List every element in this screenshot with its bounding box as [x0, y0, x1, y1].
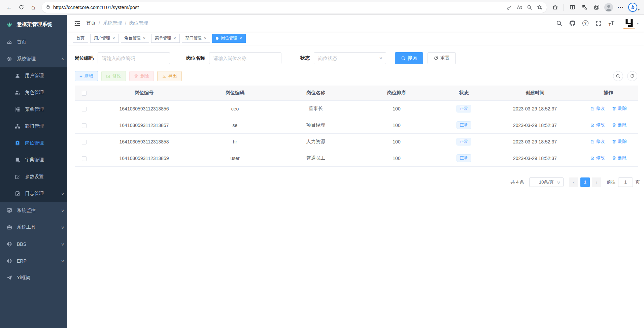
post-code-input[interactable]: [98, 52, 170, 64]
table-row[interactable]: 1641030593112313859 user 普通员工 100 正常 202…: [75, 150, 638, 166]
table-row[interactable]: 1641030593112313856 ceo 董事长 100 正常 2023-…: [75, 100, 638, 117]
next-page-button[interactable]: ›: [592, 177, 601, 187]
col-status[interactable]: 状态: [437, 86, 491, 100]
breadcrumb-current: 岗位管理: [129, 20, 148, 26]
page-size-select[interactable]: 10条/页 ∨: [529, 177, 564, 187]
browser-menu-button[interactable]: ···: [615, 2, 626, 13]
table-search-toggle-button[interactable]: [613, 71, 623, 81]
status-badge: 正常: [456, 138, 471, 146]
sidebar-item-yi-framework[interactable]: Yi框架: [0, 269, 67, 286]
sidebar-item-departments[interactable]: 部门管理: [0, 118, 67, 135]
row-checkbox[interactable]: [82, 123, 87, 128]
page-number-1[interactable]: 1: [580, 177, 590, 187]
close-icon[interactable]: ×: [204, 36, 207, 40]
favorites-add-icon[interactable]: [535, 3, 545, 12]
close-icon[interactable]: ×: [112, 36, 115, 40]
tab-dept-management[interactable]: 部门管理 ×: [182, 34, 210, 43]
browser-url-bar[interactable]: https://ccnetcore.com:1101/system/post: [42, 2, 547, 13]
row-delete-link[interactable]: 删除: [612, 155, 626, 161]
sidebar-item-bbs[interactable]: BBS ∨: [0, 236, 67, 253]
sidebar-item-parameters[interactable]: 参数设置: [0, 168, 67, 185]
col-post-sort[interactable]: 岗位排序: [356, 86, 437, 100]
col-post-name[interactable]: 岗位名称: [275, 86, 356, 100]
goto-label: 前往: [607, 179, 615, 185]
select-all-checkbox[interactable]: [82, 91, 87, 96]
sidebar-item-label: 参数设置: [25, 174, 44, 180]
add-button[interactable]: + 新增: [75, 71, 98, 81]
sidebar-item-menus[interactable]: 菜单管理: [0, 101, 67, 118]
read-aloud-icon[interactable]: [514, 3, 524, 12]
export-button[interactable]: 导出: [157, 71, 182, 81]
delete-button[interactable]: 删除: [129, 71, 154, 81]
user-avatar-menu[interactable]: ▾: [623, 18, 639, 29]
browser-refresh-button[interactable]: [15, 2, 27, 13]
row-checkbox[interactable]: [82, 140, 87, 144]
bing-copilot-button[interactable]: b ▾: [627, 2, 641, 13]
sidebar-item-logs[interactable]: 日志管理 ∨: [0, 185, 67, 202]
browser-back-button[interactable]: ←: [3, 2, 15, 13]
prev-page-button[interactable]: ‹: [569, 177, 578, 187]
breadcrumb-home[interactable]: 首页: [86, 20, 96, 26]
table-row[interactable]: 1641030593112313857 se 项目经理 100 正常 2023-…: [75, 117, 638, 133]
row-checkbox[interactable]: [82, 107, 87, 111]
trash-icon: [134, 74, 138, 78]
post-name-input[interactable]: [209, 52, 281, 64]
table-refresh-button[interactable]: [627, 71, 637, 81]
sidebar-item-posts[interactable]: 岗位管理: [0, 135, 67, 152]
search-button[interactable]: 搜索: [395, 52, 423, 64]
row-edit-link[interactable]: 修改: [590, 105, 605, 111]
tab-post-management[interactable]: 岗位管理 ×: [212, 34, 246, 43]
tab-menu-management[interactable]: 菜单管理 ×: [151, 34, 180, 43]
sidebar-item-dictionary[interactable]: 字典管理: [0, 152, 67, 168]
sidebar-item-system[interactable]: 系统管理 ∧: [0, 51, 67, 67]
col-post-id[interactable]: 岗位编号: [94, 86, 195, 100]
breadcrumb-system[interactable]: 系统管理: [103, 20, 122, 26]
extensions-icon[interactable]: [549, 2, 561, 13]
goto-page-input[interactable]: [618, 177, 633, 187]
status-select-input[interactable]: [314, 52, 386, 64]
header-search-icon[interactable]: [556, 20, 562, 26]
split-screen-icon[interactable]: [567, 2, 578, 13]
status-select[interactable]: ∨: [314, 52, 386, 64]
row-edit-link[interactable]: 修改: [590, 122, 605, 128]
reset-button[interactable]: 重置: [428, 52, 456, 64]
row-checkbox[interactable]: [82, 156, 87, 161]
github-icon[interactable]: [569, 20, 575, 26]
browser-profile-avatar[interactable]: [603, 2, 614, 13]
sidebar-item-tools[interactable]: 系统工具 ∨: [0, 219, 67, 236]
sidebar-item-users[interactable]: 用户管理: [0, 67, 67, 84]
help-icon[interactable]: ?: [582, 20, 588, 26]
sidebar-item-monitoring[interactable]: 系统监控 ∨: [0, 202, 67, 219]
sidebar-item-roles[interactable]: 角色管理: [0, 84, 67, 101]
row-delete-link[interactable]: 删除: [612, 138, 626, 144]
fullscreen-icon[interactable]: [596, 20, 602, 26]
password-key-icon[interactable]: [504, 3, 514, 12]
close-icon[interactable]: ×: [239, 36, 242, 40]
tags-view-bar: 首页 用户管理 × 角色管理 × 菜单管理 × 部门管理 ×: [67, 32, 644, 45]
close-icon[interactable]: ×: [143, 36, 146, 40]
tab-groups-icon[interactable]: [591, 2, 602, 13]
sidebar-item-label: 首页: [17, 39, 26, 45]
row-edit-link[interactable]: 修改: [590, 155, 605, 161]
row-edit-link[interactable]: 修改: [590, 138, 605, 144]
tab-home[interactable]: 首页: [73, 34, 88, 43]
tab-user-management[interactable]: 用户管理 ×: [90, 34, 119, 43]
sidebar-item-home[interactable]: 首页: [0, 34, 67, 51]
trash-icon: [612, 123, 616, 127]
col-post-code[interactable]: 岗位编码: [195, 86, 275, 100]
browser-home-button[interactable]: ⌂: [28, 2, 39, 13]
table-row[interactable]: 1641030593112313858 hr 人力资源 100 正常 2023-…: [75, 133, 638, 150]
row-delete-link[interactable]: 删除: [612, 105, 626, 111]
close-icon[interactable]: ×: [173, 36, 176, 40]
collections-icon[interactable]: [579, 2, 590, 13]
sidebar-fold-icon[interactable]: [73, 19, 81, 28]
col-created[interactable]: 创建时间: [491, 86, 579, 100]
tab-role-management[interactable]: 角色管理 ×: [121, 34, 149, 43]
zoom-out-icon[interactable]: [524, 3, 535, 12]
row-delete-link[interactable]: 删除: [612, 122, 626, 128]
edit-icon: [590, 123, 595, 127]
edit-button[interactable]: 修改: [101, 71, 126, 81]
font-size-icon[interactable]: TT: [609, 20, 614, 27]
sidebar-item-erp[interactable]: ERP ∨: [0, 253, 67, 269]
url-text[interactable]: https://ccnetcore.com:1101/system/post: [53, 5, 504, 10]
